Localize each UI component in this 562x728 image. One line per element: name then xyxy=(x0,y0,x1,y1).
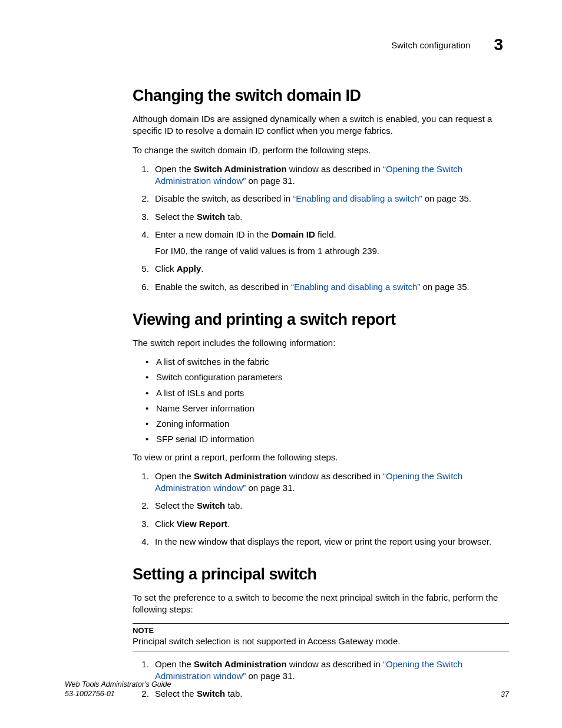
list-item: Open the Switch Administration window as… xyxy=(151,658,509,683)
list-item: SFP serial ID information xyxy=(156,433,509,445)
list-item: Disable the switch, as described in “Ena… xyxy=(151,193,509,205)
list-item: In the new window that displays the repo… xyxy=(151,536,509,548)
list-item: A list of ISLs and ports xyxy=(156,387,509,399)
xref-link[interactable]: “Enabling and disabling a switch” xyxy=(293,193,422,203)
heading-viewing-printing-report: Viewing and printing a switch report xyxy=(133,311,509,329)
paragraph: To view or print a report, perform the f… xyxy=(133,452,509,463)
list-item: A list of switches in the fabric xyxy=(156,356,509,368)
note-text: Principal switch selection is not suppor… xyxy=(133,635,509,647)
bold-text: Switch Administration xyxy=(194,164,287,174)
list-item: Open the Switch Administration window as… xyxy=(151,163,509,187)
paragraph: To set the preference to a switch to bec… xyxy=(133,592,509,616)
ordered-list: Open the Switch Administration window as… xyxy=(133,470,509,548)
list-item: Select the Switch tab. xyxy=(151,500,509,512)
list-item: Enter a new domain ID in the Domain ID f… xyxy=(151,229,509,258)
heading-setting-principal-switch: Setting a principal switch xyxy=(133,565,509,584)
header-chapter-number: 3 xyxy=(494,35,503,54)
page-header: Switch configuration 3 xyxy=(65,35,509,54)
bold-text: Switch Administration xyxy=(194,471,287,481)
heading-changing-domain-id: Changing the switch domain ID xyxy=(133,87,509,105)
page-footer: Web Tools Administrator's Guide 53-10027… xyxy=(65,680,509,699)
list-item: Enable the switch, as described in “Enab… xyxy=(151,281,509,293)
sub-paragraph: For IM0, the range of valid values is fr… xyxy=(155,245,509,257)
bold-text: Domain ID xyxy=(272,229,315,239)
page-container: Switch configuration 3 Changing the swit… xyxy=(0,0,562,728)
bullet-list: A list of switches in the fabric Switch … xyxy=(133,356,509,446)
footer-doc-number: 53-1002756-01 xyxy=(65,689,171,699)
bold-text: View Report xyxy=(177,519,227,529)
bold-text: Switch xyxy=(197,500,225,510)
note-title: NOTE xyxy=(133,626,509,635)
footer-page-number: 37 xyxy=(501,690,509,699)
list-item: Click View Report. xyxy=(151,518,509,530)
paragraph: To change the switch domain ID, perform … xyxy=(133,144,509,156)
ordered-list: Open the Switch Administration window as… xyxy=(133,163,509,293)
paragraph: Although domain IDs are assigned dynamic… xyxy=(133,113,509,137)
xref-link[interactable]: “Enabling and disabling a switch” xyxy=(291,282,420,292)
list-item: Open the Switch Administration window as… xyxy=(151,470,509,495)
list-item: Click Apply. xyxy=(151,263,509,275)
list-item: Switch configuration parameters xyxy=(156,371,509,383)
bold-text: Switch xyxy=(197,212,225,222)
bold-text: Apply xyxy=(177,263,201,274)
paragraph: The switch report includes the following… xyxy=(133,337,509,349)
list-item: Name Server information xyxy=(156,403,509,414)
footer-guide-title: Web Tools Administrator's Guide xyxy=(65,680,171,689)
list-item: Select the Switch tab. xyxy=(151,211,509,223)
bold-text: Switch Administration xyxy=(194,659,287,669)
header-section-title: Switch configuration xyxy=(391,40,470,50)
note-block: NOTE Principal switch selection is not s… xyxy=(133,623,509,651)
footer-left: Web Tools Administrator's Guide 53-10027… xyxy=(65,680,171,699)
list-item: Zoning information xyxy=(156,418,509,430)
